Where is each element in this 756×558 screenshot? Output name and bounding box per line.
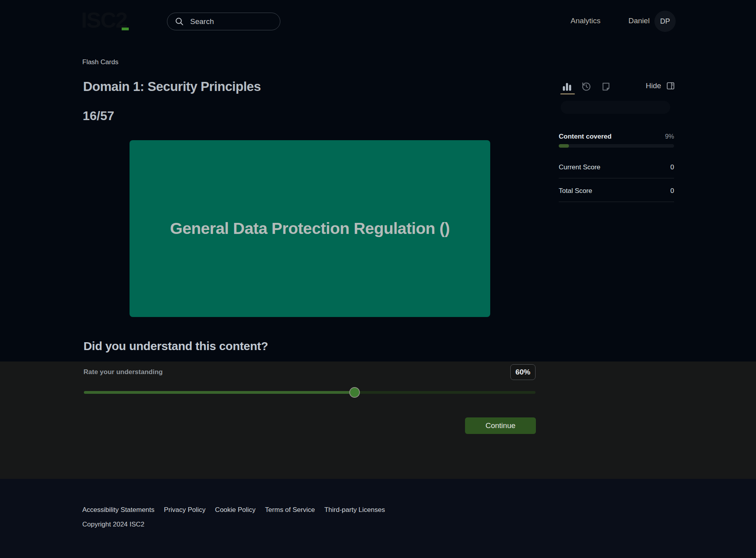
tab-history[interactable] [581,81,593,94]
hide-button-label: Hide [646,82,661,90]
flashcard[interactable]: General Data Protection Regulation () [130,140,490,317]
footer-link-cookie[interactable]: Cookie Policy [215,506,256,514]
content-covered-label: Content covered [559,133,611,141]
flashcard-text: General Data Protection Regulation () [154,219,466,238]
tab-statistics[interactable] [561,81,574,94]
active-tab-underline [560,93,575,95]
breadcrumb-flash-cards[interactable]: Flash Cards [82,58,119,66]
total-score-label: Total Score [559,187,592,195]
slider-thumb[interactable] [349,387,360,398]
search-icon [174,17,185,27]
search-bar[interactable] [167,13,280,30]
divider [559,178,674,178]
rating-value-badge: 60% [510,364,536,380]
isc2-logo[interactable]: ISC2 [81,7,127,33]
card-progress-counter: 16/57 [83,109,114,123]
footer [0,479,756,558]
rating-label: Rate your understanding [83,368,163,376]
current-score-row: Current Score 0 [559,163,674,171]
sidebar-panel-glow [561,101,670,114]
history-icon [581,81,593,92]
rating-panel [0,361,756,479]
current-score-label: Current Score [559,163,600,171]
analytics-link[interactable]: Analytics [571,17,600,25]
understanding-slider[interactable] [84,387,536,398]
footer-links: Accessibility Statements Privacy Policy … [82,506,385,514]
footer-link-accessibility[interactable]: Accessibility Statements [82,506,154,514]
search-input[interactable] [190,17,269,26]
total-score-row: Total Score 0 [559,187,674,195]
content-covered-row: Content covered 9% [559,133,674,141]
hide-sidebar-button[interactable]: Hide [646,81,675,91]
current-score-value: 0 [671,163,674,171]
footer-copyright: Copyright 2024 ISC2 [82,521,145,528]
content-covered-progressbar [559,144,674,148]
isc2-logo-underscore [122,28,129,30]
divider [559,202,674,202]
question-heading: Did you understand this content? [83,339,268,353]
content-covered-progress-fill [559,144,569,148]
slider-fill [84,391,355,394]
avatar[interactable]: DP [654,11,676,32]
flashcard-icon [600,81,613,92]
panel-toggle-icon [666,81,675,91]
footer-link-licenses[interactable]: Third-party Licenses [324,506,385,514]
bar-chart-icon [561,81,574,92]
total-score-value: 0 [671,187,674,195]
footer-link-privacy[interactable]: Privacy Policy [164,506,206,514]
user-name[interactable]: Daniel [628,17,650,25]
content-covered-value: 9% [665,133,674,140]
page-title: Domain 1: Security Principles [83,79,261,94]
footer-link-terms[interactable]: Terms of Service [265,506,315,514]
continue-button[interactable]: Continue [465,417,536,434]
tab-cards[interactable] [600,81,613,94]
